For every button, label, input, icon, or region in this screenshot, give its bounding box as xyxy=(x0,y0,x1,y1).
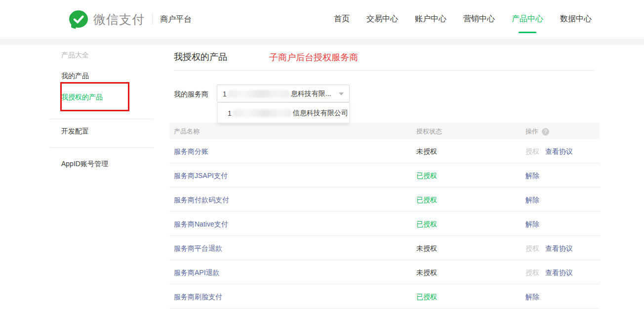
col-header-auth-status: 授权状态 xyxy=(416,127,442,136)
status-text: 未授权 xyxy=(416,244,437,253)
authorize-action[interactable]: 授权 xyxy=(525,147,539,155)
revoke-link[interactable]: 解除 xyxy=(525,293,539,301)
sidebar-divider xyxy=(49,147,154,148)
status-text: 未授权 xyxy=(416,147,437,156)
revoke-link[interactable]: 解除 xyxy=(525,172,539,180)
status-text: 已授权 xyxy=(416,196,437,205)
sidebar-item-my-authorized-products[interactable]: 我授权的产品 xyxy=(61,93,103,102)
status-text: 已授权 xyxy=(416,172,437,181)
view-agreement-link[interactable]: 查看协议 xyxy=(545,244,573,252)
nav-item-account-center[interactable]: 账户中心 xyxy=(415,14,446,24)
status-text: 未授权 xyxy=(416,269,437,277)
actions-cell: 授权查看协议 xyxy=(525,147,579,156)
col-header-action: 操作? xyxy=(525,127,549,136)
title-divider xyxy=(174,70,595,71)
table-row: 服务商付款码支付 已授权 解除 xyxy=(169,187,600,212)
table-row: 服务商平台退款 未授权 授权查看协议 xyxy=(169,236,600,260)
brand-separator xyxy=(152,14,153,25)
status-text: 已授权 xyxy=(416,293,437,302)
provider-dropdown-option[interactable]: 1信息科技有限公司 xyxy=(228,109,348,118)
table-header-row: 产品名称 授权状态 操作? xyxy=(169,123,600,139)
actions-cell: 解除 xyxy=(525,196,545,205)
provider-select-label: 我的服务商 xyxy=(174,90,208,99)
actions-cell: 解除 xyxy=(525,220,545,229)
redacted-text xyxy=(228,90,290,98)
sidebar-divider xyxy=(49,119,154,119)
actions-cell: 解除 xyxy=(525,172,545,181)
product-name-link[interactable]: 服务商JSAPI支付 xyxy=(174,172,228,181)
redacted-text xyxy=(233,109,292,117)
page-title: 我授权的产品 xyxy=(174,51,227,63)
sidebar-item-my-products[interactable]: 我的产品 xyxy=(61,72,89,81)
provider-select[interactable]: 1息科技有限... xyxy=(217,85,350,102)
revoke-link[interactable]: 解除 xyxy=(525,196,539,204)
col-header-product-name: 产品名称 xyxy=(174,127,200,136)
brand: 微信支付 商户平台 xyxy=(69,9,192,29)
product-name-link[interactable]: 服务商Native支付 xyxy=(174,220,228,229)
authorize-action[interactable]: 授权 xyxy=(525,269,539,276)
actions-cell: 授权查看协议 xyxy=(525,244,579,253)
top-nav: 首页 交易中心 账户中心 营销中心 产品中心 数据中心 xyxy=(334,0,592,38)
nav-item-home[interactable]: 首页 xyxy=(334,14,350,24)
table-row: 服务商刷脸支付 已授权 解除 xyxy=(169,284,600,309)
table-row: 服务商API退款 未授权 授权查看协议 xyxy=(169,260,600,284)
sidebar-item-dev-config[interactable]: 开发配置 xyxy=(61,127,89,136)
nav-item-trade-center[interactable]: 交易中心 xyxy=(366,14,398,24)
sidebar-item-product-catalog: 产品大全 xyxy=(61,51,89,60)
table-row: 服务商JSAPI支付 已授权 解除 xyxy=(169,163,600,187)
view-agreement-link[interactable]: 查看协议 xyxy=(545,147,573,155)
chevron-down-icon xyxy=(339,92,344,95)
nav-item-product-center[interactable]: 产品中心 xyxy=(512,14,543,24)
top-header: 微信支付 商户平台 首页 交易中心 账户中心 营销中心 产品中心 数据中心 xyxy=(0,0,644,38)
red-annotation-text: 子商户后台授权服务商 xyxy=(269,51,358,63)
table-row: 服务商Native支付 已授权 解除 xyxy=(169,212,600,236)
authorize-action[interactable]: 授权 xyxy=(525,244,539,252)
product-name-link[interactable]: 服务商分账 xyxy=(174,147,208,156)
provider-selected-value: 1息科技有限... xyxy=(223,90,331,98)
header-gap-band xyxy=(0,39,644,45)
actions-cell: 授权查看协议 xyxy=(525,269,579,277)
provider-dropdown-panel: 1信息科技有限公司 xyxy=(217,102,350,123)
table-row: 服务商分账 未授权 授权查看协议 xyxy=(169,139,600,163)
brand-name: 微信支付 xyxy=(93,11,145,28)
product-name-link[interactable]: 服务商刷脸支付 xyxy=(174,293,222,302)
sidebar-item-appid-management[interactable]: AppID账号管理 xyxy=(61,160,108,169)
wechat-pay-logo-icon xyxy=(69,10,88,29)
product-name-link[interactable]: 服务商平台退款 xyxy=(174,244,222,253)
view-agreement-link[interactable]: 查看协议 xyxy=(545,269,573,276)
products-table: 产品名称 授权状态 操作? 服务商分账 未授权 授权查看协议 服务商JSAPI支… xyxy=(169,123,600,309)
portal-name: 商户平台 xyxy=(160,14,192,25)
actions-cell: 解除 xyxy=(525,293,545,302)
status-text: 已授权 xyxy=(416,220,437,229)
revoke-link[interactable]: 解除 xyxy=(525,220,539,228)
nav-item-marketing-center[interactable]: 营销中心 xyxy=(463,14,495,24)
product-name-link[interactable]: 服务商API退款 xyxy=(174,269,220,277)
nav-item-data-center[interactable]: 数据中心 xyxy=(560,14,592,24)
help-icon[interactable]: ? xyxy=(542,128,549,136)
product-name-link[interactable]: 服务商付款码支付 xyxy=(174,196,229,205)
